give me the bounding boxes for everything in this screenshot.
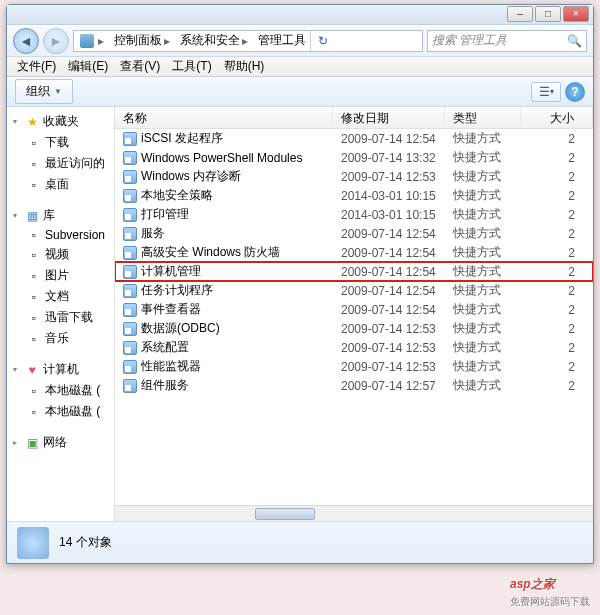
file-size: 2 [521, 265, 593, 279]
item-icon: ▫ [27, 269, 41, 283]
file-name: 高级安全 Windows 防火墙 [141, 244, 280, 261]
search-input[interactable]: 搜索 管理工具 🔍 [427, 30, 587, 52]
file-date: 2009-07-14 12:54 [333, 132, 445, 146]
maximize-button[interactable]: □ [535, 6, 561, 22]
file-size: 2 [521, 170, 593, 184]
sidebar-item[interactable]: ▫本地磁盘 ( [7, 380, 114, 401]
file-size: 2 [521, 132, 593, 146]
file-row[interactable]: 组件服务2009-07-14 12:57快捷方式2 [115, 376, 593, 395]
file-date: 2009-07-14 12:54 [333, 284, 445, 298]
file-size: 2 [521, 379, 593, 393]
sidebar-group-net[interactable]: ▸▣网络 [7, 432, 114, 453]
refresh-button[interactable]: ↻ [310, 30, 334, 52]
sidebar-group-lib[interactable]: ▾▦库 [7, 205, 114, 226]
file-row[interactable]: 性能监视器2009-07-14 12:53快捷方式2 [115, 357, 593, 376]
file-row[interactable]: 服务2009-07-14 12:54快捷方式2 [115, 224, 593, 243]
sidebar-item[interactable]: ▫文档 [7, 286, 114, 307]
file-date: 2009-07-14 12:54 [333, 246, 445, 260]
file-date: 2009-07-14 12:53 [333, 341, 445, 355]
sidebar-item[interactable]: ▫图片 [7, 265, 114, 286]
file-type: 快捷方式 [445, 149, 521, 166]
file-row[interactable]: Windows 内存诊断2009-07-14 12:53快捷方式2 [115, 167, 593, 186]
breadcrumb-seg[interactable]: 管理工具 [254, 31, 310, 51]
sidebar-item[interactable]: ▫视频 [7, 244, 114, 265]
help-button[interactable]: ? [565, 82, 585, 102]
file-name: 打印管理 [141, 206, 189, 223]
shortcut-icon [123, 341, 137, 355]
breadcrumb-seg[interactable]: 系统和安全▸ [176, 31, 254, 51]
menu-item[interactable]: 工具(T) [166, 56, 217, 77]
titlebar[interactable]: – □ × [7, 5, 593, 25]
menu-item[interactable]: 帮助(H) [218, 56, 271, 77]
item-icon: ▫ [27, 136, 41, 150]
sidebar-item[interactable]: ▫最近访问的 [7, 153, 114, 174]
item-icon: ▫ [27, 332, 41, 346]
file-row[interactable]: 数据源(ODBC)2009-07-14 12:53快捷方式2 [115, 319, 593, 338]
breadcrumb-seg[interactable]: 控制面板▸ [110, 31, 176, 51]
sidebar-item[interactable]: ▫桌面 [7, 174, 114, 195]
menu-item[interactable]: 编辑(E) [62, 56, 114, 77]
sidebar-group-comp[interactable]: ▾♥计算机 [7, 359, 114, 380]
shortcut-icon [123, 151, 137, 165]
column-type[interactable]: 类型 [445, 107, 521, 128]
content-area: ▾★收藏夹▫下载▫最近访问的▫桌面▾▦库▫Subversion▫视频▫图片▫文档… [7, 107, 593, 521]
file-type: 快捷方式 [445, 339, 521, 356]
shortcut-icon [123, 170, 137, 184]
file-type: 快捷方式 [445, 320, 521, 337]
file-type: 快捷方式 [445, 244, 521, 261]
sidebar-group-fav[interactable]: ▾★收藏夹 [7, 111, 114, 132]
file-row[interactable]: 系统配置2009-07-14 12:53快捷方式2 [115, 338, 593, 357]
file-date: 2009-07-14 12:53 [333, 360, 445, 374]
file-row[interactable]: iSCSI 发起程序2009-07-14 12:54快捷方式2 [115, 129, 593, 148]
file-row[interactable]: 任务计划程序2009-07-14 12:54快捷方式2 [115, 281, 593, 300]
file-name: Windows PowerShell Modules [141, 151, 302, 165]
item-icon: ▫ [27, 228, 41, 242]
scroll-thumb[interactable] [255, 508, 315, 520]
organize-button[interactable]: 组织▼ [15, 79, 73, 104]
sidebar-item[interactable]: ▫下载 [7, 132, 114, 153]
breadcrumb-root[interactable]: ▸ [76, 31, 110, 51]
file-type: 快捷方式 [445, 263, 521, 280]
horizontal-scrollbar[interactable] [115, 505, 593, 521]
minimize-button[interactable]: – [507, 6, 533, 22]
file-type: 快捷方式 [445, 130, 521, 147]
sidebar-item[interactable]: ▫音乐 [7, 328, 114, 349]
shortcut-icon [123, 322, 137, 336]
column-size[interactable]: 大小 [521, 107, 593, 128]
menu-item[interactable]: 查看(V) [114, 56, 166, 77]
sidebar-item[interactable]: ▫迅雷下载 [7, 307, 114, 328]
net-icon: ▣ [25, 436, 39, 450]
file-type: 快捷方式 [445, 225, 521, 242]
column-date[interactable]: 修改日期 [333, 107, 445, 128]
forward-button[interactable]: ► [43, 28, 69, 54]
file-name: 性能监视器 [141, 358, 201, 375]
file-row[interactable]: 计算机管理2009-07-14 12:54快捷方式2 [115, 262, 593, 281]
folder-icon [17, 527, 49, 559]
file-row[interactable]: 事件查看器2009-07-14 12:54快捷方式2 [115, 300, 593, 319]
column-name[interactable]: 名称 [115, 107, 333, 128]
view-mode-button[interactable]: ☰ ▾ [531, 82, 561, 102]
file-type: 快捷方式 [445, 206, 521, 223]
close-button[interactable]: × [563, 6, 589, 22]
item-icon: ▫ [27, 405, 41, 419]
file-row[interactable]: 打印管理2014-03-01 10:15快捷方式2 [115, 205, 593, 224]
file-size: 2 [521, 189, 593, 203]
menu-item[interactable]: 文件(F) [11, 56, 62, 77]
fav-icon: ★ [25, 115, 39, 129]
file-size: 2 [521, 208, 593, 222]
file-name: 系统配置 [141, 339, 189, 356]
search-icon[interactable]: 🔍 [567, 34, 582, 48]
sidebar-item[interactable]: ▫Subversion [7, 226, 114, 244]
sidebar-item[interactable]: ▫本地磁盘 ( [7, 401, 114, 422]
control-panel-icon [80, 34, 94, 48]
file-date: 2009-07-14 12:53 [333, 322, 445, 336]
toolbar: 组织▼ ☰ ▾ ? [7, 77, 593, 107]
file-row[interactable]: 高级安全 Windows 防火墙2009-07-14 12:54快捷方式2 [115, 243, 593, 262]
file-row[interactable]: 本地安全策略2014-03-01 10:15快捷方式2 [115, 186, 593, 205]
item-icon: ▫ [27, 157, 41, 171]
back-button[interactable]: ◄ [13, 28, 39, 54]
file-row[interactable]: Windows PowerShell Modules2009-07-14 13:… [115, 148, 593, 167]
file-date: 2009-07-14 12:53 [333, 170, 445, 184]
address-bar[interactable]: ▸ 控制面板▸ 系统和安全▸ 管理工具 ↻ [73, 30, 423, 52]
status-text: 14 个对象 [59, 534, 112, 551]
